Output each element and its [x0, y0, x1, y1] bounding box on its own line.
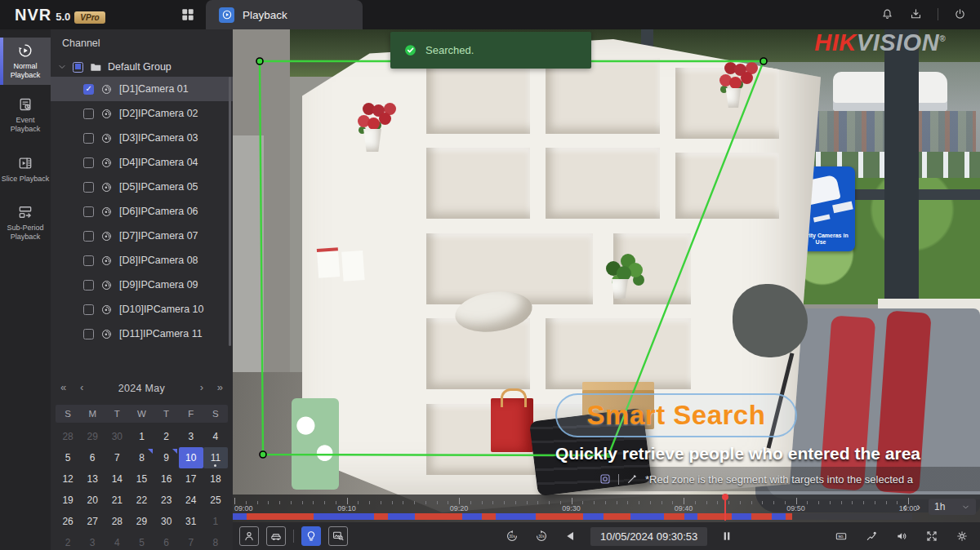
tag-button[interactable]: [862, 526, 881, 546]
calendar-day[interactable]: 23: [154, 490, 179, 511]
settings-button[interactable]: [952, 526, 972, 546]
camera-row-d3-ipcamera-03[interactable]: [D3]IPCamera 03: [51, 126, 233, 150]
calendar-day[interactable]: 27: [80, 511, 105, 532]
bell-icon[interactable]: [880, 7, 894, 21]
rewind-30s-button[interactable]: 30s: [502, 526, 522, 546]
person-search-button[interactable]: [239, 526, 259, 546]
calendar-day[interactable]: 4: [203, 426, 228, 447]
calendar-day[interactable]: 7: [179, 532, 203, 550]
calendar-day[interactable]: 11: [203, 447, 228, 468]
zone-handle[interactable]: [260, 451, 266, 458]
camera-checkbox[interactable]: [83, 206, 94, 217]
timeline-ruler[interactable]: [233, 495, 980, 504]
group-checkbox[interactable]: [73, 62, 83, 73]
plate-number-button[interactable]: NO.: [831, 526, 851, 546]
calendar-day[interactable]: 24: [179, 490, 203, 511]
draw-line-icon[interactable]: [626, 472, 639, 486]
tab-playback[interactable]: Playback: [206, 0, 363, 29]
camera-checkbox[interactable]: [83, 182, 94, 193]
channel-scrollbar[interactable]: [229, 77, 231, 346]
power-icon[interactable]: [953, 7, 967, 21]
fullscreen-button[interactable]: [922, 526, 942, 546]
camera-checkbox[interactable]: [83, 133, 94, 144]
timeline-playhead[interactable]: [724, 495, 726, 521]
calendar-day[interactable]: 2: [154, 426, 179, 447]
video-viewport[interactable]: Security Cameras in Use: [233, 29, 980, 522]
calendar-prev-year-icon[interactable]: «: [57, 379, 69, 395]
camera-row-d2-ipcamera-02[interactable]: [D2]IPCamera 02: [51, 101, 233, 126]
camera-checkbox[interactable]: [83, 109, 94, 119]
camera-checkbox[interactable]: [83, 255, 94, 266]
calendar-day[interactable]: 5: [129, 532, 154, 550]
timeline-next-icon[interactable]: ›: [915, 501, 922, 512]
download-icon[interactable]: [909, 7, 923, 21]
calendar-day[interactable]: 6: [80, 447, 105, 468]
camera-row-d11-ipcamera-11[interactable]: [D11]IPCamera 11: [51, 322, 233, 346]
forward-30s-button[interactable]: 30s: [532, 526, 551, 546]
calendar-day[interactable]: 9: [154, 447, 179, 468]
calendar-day[interactable]: 2: [56, 532, 80, 550]
camera-row-d8-ipcamera-08[interactable]: [D8]IPCamera 08: [51, 248, 233, 273]
sidebar-item-normal-playback[interactable]: Normal Playback: [0, 38, 51, 85]
sidebar-item-sub-period-playback[interactable]: Sub-Period Playback: [0, 199, 51, 246]
calendar-day[interactable]: 29: [80, 426, 105, 447]
picture-search-button[interactable]: [328, 526, 348, 546]
camera-row-d5-ipcamera-05[interactable]: [D5]IPCamera 05: [51, 175, 233, 199]
calendar-day[interactable]: 6: [154, 532, 179, 550]
audio-button[interactable]: [892, 526, 911, 546]
calendar-day[interactable]: 15: [129, 468, 154, 490]
calendar-day[interactable]: 17: [179, 468, 203, 490]
zone-handle[interactable]: [760, 58, 767, 64]
reverse-play-button[interactable]: [561, 526, 581, 546]
calendar-day[interactable]: 20: [80, 490, 105, 511]
calendar-day[interactable]: 16: [154, 468, 179, 490]
calendar-prev-month-icon[interactable]: ‹: [77, 379, 87, 395]
pause-button[interactable]: [717, 526, 737, 546]
camera-checkbox[interactable]: [83, 231, 94, 242]
calendar-day[interactable]: 1: [203, 511, 228, 532]
camera-row-d6-ipcamera-06[interactable]: [D6]IPCamera 06: [51, 199, 233, 224]
calendar-next-year-icon[interactable]: »: [214, 379, 226, 395]
calendar-day[interactable]: 12: [56, 468, 80, 490]
smart-zone-icon[interactable]: [599, 472, 612, 486]
calendar-day[interactable]: 7: [105, 447, 129, 468]
apps-grid-icon[interactable]: [180, 7, 196, 23]
calendar-day[interactable]: 5: [56, 447, 80, 468]
calendar-day[interactable]: 8: [203, 532, 228, 550]
calendar-day[interactable]: 28: [105, 511, 129, 532]
calendar-day[interactable]: 13: [80, 468, 105, 490]
channel-group-row[interactable]: Default Group: [57, 60, 172, 73]
chevron-down-icon[interactable]: [57, 62, 67, 72]
camera-row-d9-ipcamera-09[interactable]: [D9]IPCamera 09: [51, 273, 233, 297]
calendar-day[interactable]: 30: [154, 511, 179, 532]
calendar-day[interactable]: 26: [56, 511, 80, 532]
camera-row-d4-ipcamera-04[interactable]: [D4]IPCamera 04: [51, 150, 233, 175]
camera-row-d7-ipcamera-07[interactable]: [D7]IPCamera 07: [51, 224, 233, 248]
sidebar-item-event-playback[interactable]: Event Playback: [0, 91, 51, 139]
calendar-day[interactable]: 30: [105, 426, 129, 447]
camera-row-d10-ipcamera-10[interactable]: [D10]IPCamera 10: [51, 297, 233, 322]
calendar-day[interactable]: 4: [105, 532, 129, 550]
sidebar-item-slice-playback[interactable]: Slice Playback: [0, 145, 51, 193]
timeline-track[interactable]: [233, 513, 912, 520]
calendar-day[interactable]: 8: [129, 447, 154, 468]
calendar-day[interactable]: 14: [105, 468, 129, 490]
camera-row-d1-camera-01[interactable]: [D1]Camera 01: [51, 77, 233, 101]
calendar-day[interactable]: 21: [105, 490, 129, 511]
vehicle-search-button[interactable]: [266, 526, 286, 546]
calendar-day[interactable]: 25: [203, 490, 228, 511]
timeline-scale-select[interactable]: 1h: [929, 499, 976, 515]
camera-checkbox[interactable]: [83, 84, 94, 95]
calendar-day[interactable]: 3: [80, 532, 105, 550]
calendar-day[interactable]: 22: [129, 490, 154, 511]
calendar-day[interactable]: 29: [129, 511, 154, 532]
zone-handle[interactable]: [256, 58, 263, 64]
timeline-prev-icon[interactable]: ‹: [902, 501, 909, 512]
camera-checkbox[interactable]: [83, 304, 94, 315]
calendar-next-month-icon[interactable]: ›: [197, 379, 207, 395]
calendar-day[interactable]: 19: [56, 490, 80, 511]
calendar-day[interactable]: 10: [179, 447, 203, 468]
calendar-day[interactable]: 31: [179, 511, 203, 532]
smart-search-light-button[interactable]: [301, 526, 321, 546]
calendar-day[interactable]: 18: [203, 468, 228, 490]
